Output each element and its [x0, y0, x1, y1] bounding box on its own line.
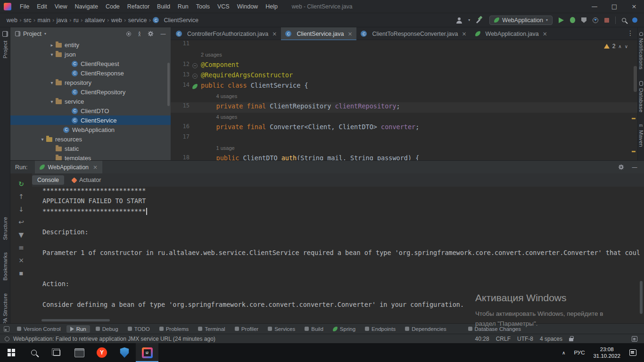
tab-controllerforauthorization-java[interactable]: CControllerForAuthorization.java×: [172, 27, 281, 40]
editor-scrollbar[interactable]: [634, 66, 637, 92]
toolwindow-terminal[interactable]: Terminal: [194, 325, 229, 333]
status-message[interactable]: WebApplication: Failed to retrieve appli…: [13, 336, 215, 342]
tree-item-resources[interactable]: ▾resources: [10, 134, 171, 144]
toolwindow-debug[interactable]: Debug: [92, 325, 122, 333]
caret-position[interactable]: 40:28: [475, 336, 489, 342]
tab-actuator[interactable]: Actuator: [67, 175, 107, 185]
chevron-open-icon[interactable]: ▾: [48, 80, 56, 85]
run-button[interactable]: [559, 17, 564, 23]
chevron-open-icon[interactable]: ▾: [39, 137, 46, 142]
tree-item-clientdto[interactable]: CClientDTO: [10, 106, 171, 115]
scroll-to-end-icon[interactable]: ▼: [16, 230, 26, 240]
stripe-jpa-structure[interactable]: JPA Structure: [2, 293, 8, 328]
menu-refactor[interactable]: Refactor: [124, 0, 153, 13]
toolwindow-quickaccess-icon[interactable]: [4, 326, 9, 332]
chevron-down-icon[interactable]: ▾: [44, 32, 46, 36]
taskbar-app-yandex[interactable]: Y: [91, 343, 113, 362]
stripe-database[interactable]: Database: [638, 81, 644, 113]
minimize-button[interactable]: —: [585, 0, 604, 13]
chevron-closed-icon[interactable]: ▸: [48, 42, 56, 48]
update-application-button[interactable]: [593, 17, 598, 23]
console-horizontal-scrollbar[interactable]: [41, 319, 110, 321]
toolwindow-spring[interactable]: Spring: [329, 325, 359, 333]
tree-item-json[interactable]: ▾json: [10, 49, 171, 59]
stripe-project[interactable]: Project: [2, 41, 8, 58]
notifications-icon[interactable]: [632, 336, 637, 342]
file-encoding[interactable]: UTF-8: [517, 336, 533, 342]
restore-layout-icon[interactable]: ≡: [16, 243, 26, 253]
menu-file[interactable]: File: [16, 0, 33, 13]
toolwindow-services[interactable]: Services: [264, 325, 299, 333]
collapse-all-icon[interactable]: ∧∧: [138, 32, 141, 36]
debug-button[interactable]: [570, 17, 575, 23]
breadcrumb-web[interactable]: web: [111, 17, 122, 24]
fold-icon[interactable]: −: [192, 74, 198, 79]
close-tab-icon[interactable]: ×: [272, 31, 277, 37]
minimize-panel-icon[interactable]: —: [632, 164, 637, 171]
tab-console[interactable]: Console: [32, 175, 64, 185]
tree-item-static[interactable]: static: [10, 144, 171, 153]
stripe-notifications[interactable]: Notifications: [638, 32, 644, 70]
tab-webapplication-java[interactable]: WebApplication.java×: [471, 27, 552, 40]
toolwindow-problems[interactable]: Problems: [156, 325, 193, 333]
build-hammer-icon[interactable]: [476, 16, 483, 24]
status-event-icon[interactable]: [5, 337, 9, 341]
tray-clock[interactable]: 23:08 31.10.2022: [589, 346, 625, 359]
close-button[interactable]: ×: [624, 0, 644, 13]
breadcrumb-clientservice[interactable]: CClientService: [153, 17, 198, 24]
menu-window[interactable]: Window: [233, 0, 262, 13]
coverage-button[interactable]: [581, 17, 586, 23]
toolwindow-endpoints[interactable]: Endpoints: [361, 325, 399, 333]
chevron-open-icon[interactable]: ▾: [48, 52, 56, 57]
toolwindow-version-control[interactable]: Version Control: [13, 325, 65, 333]
breadcrumb-java[interactable]: java: [57, 17, 67, 24]
menu-view[interactable]: View: [51, 0, 71, 13]
tab-options-icon[interactable]: ⋮: [627, 29, 634, 37]
chevron-open-icon[interactable]: ▾: [48, 99, 56, 104]
menu-tools[interactable]: Tools: [192, 0, 214, 13]
keyboard-language[interactable]: РУС: [570, 350, 589, 355]
soft-wrap-icon[interactable]: ↩: [16, 217, 26, 227]
toolwindow-dependencies[interactable]: Dependencies: [401, 325, 450, 333]
console-vertical-scrollbar[interactable]: [640, 281, 643, 314]
settings-gear-icon[interactable]: [148, 31, 154, 37]
tree-item-clientrepository[interactable]: CClientRepository: [10, 87, 171, 97]
stop-button[interactable]: [604, 18, 609, 23]
spring-bean-gutter-icon[interactable]: [192, 84, 198, 89]
down-stack-icon[interactable]: ↓: [16, 205, 26, 214]
close-tab-icon[interactable]: ×: [462, 31, 467, 37]
taskbar-app-intellij[interactable]: [136, 343, 158, 362]
breadcrumb-main[interactable]: main: [38, 17, 50, 24]
stripe-structure[interactable]: Structure: [2, 217, 8, 240]
run-settings-gear-icon[interactable]: [618, 164, 624, 170]
menu-run[interactable]: Run: [174, 0, 192, 13]
breadcrumb-service[interactable]: service: [128, 17, 147, 24]
task-view-button[interactable]: [45, 343, 68, 362]
hide-panel-icon[interactable]: —: [160, 31, 166, 37]
inspections-widget[interactable]: 2 ∧ ∨: [604, 43, 628, 49]
breadcrumb-web[interactable]: web: [7, 17, 17, 24]
menu-build[interactable]: Build: [153, 0, 174, 13]
tree-item-entity[interactable]: ▸entity: [10, 40, 171, 49]
tree-item-clientservice[interactable]: CClientService: [10, 115, 171, 125]
tree-item-clientresponse[interactable]: CClientResponse: [10, 68, 171, 78]
next-warning-icon[interactable]: ∨: [625, 44, 628, 49]
tree-item-clientrequest[interactable]: CClientRequest: [10, 59, 171, 68]
close-tab-icon[interactable]: ×: [543, 31, 547, 37]
maximize-button[interactable]: □: [604, 0, 624, 13]
up-stack-icon[interactable]: ↑: [16, 192, 26, 202]
toolwindow-build[interactable]: Build: [301, 325, 327, 333]
menu-vcs[interactable]: VCS: [214, 0, 233, 13]
run-configuration-combo[interactable]: WebApplication ▾: [489, 16, 553, 25]
line-separator[interactable]: CRLF: [496, 336, 511, 342]
tree-item-templates[interactable]: templates: [10, 153, 171, 160]
code-with-me-icon[interactable]: [456, 17, 462, 23]
menu-code[interactable]: Code: [102, 0, 124, 13]
stripe-bookmarks[interactable]: Bookmarks: [2, 252, 8, 280]
close-tab-icon[interactable]: ×: [93, 164, 98, 171]
select-opened-file-icon[interactable]: [126, 32, 131, 36]
breadcrumb-altalaev[interactable]: altalaev: [85, 17, 105, 24]
taskbar-app-window[interactable]: [68, 343, 91, 362]
search-everywhere-icon[interactable]: [622, 18, 626, 22]
pin-icon[interactable]: ▪: [16, 268, 26, 278]
